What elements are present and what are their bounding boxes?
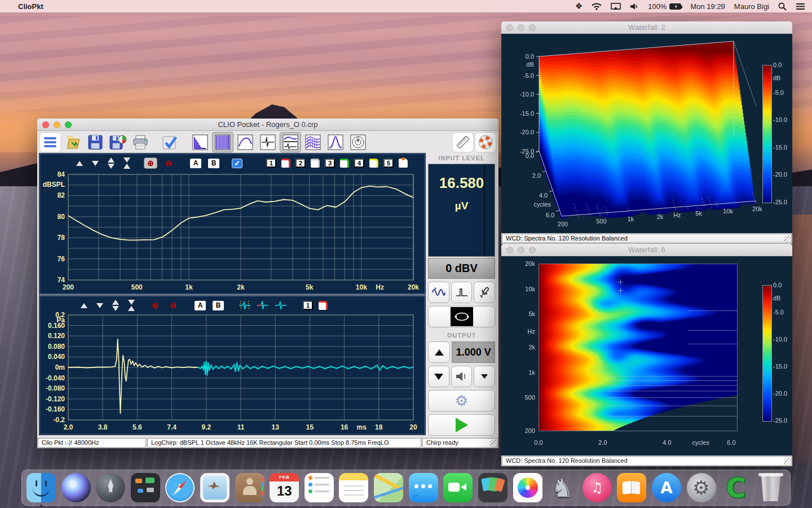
window-stop-tool-button[interactable] — [257, 300, 269, 311]
clio-title-bar[interactable]: CLIO Pocket - Rogers_O 0.crp — [37, 119, 498, 131]
dropbox-icon[interactable]: ❖ — [575, 1, 582, 11]
notification-center-icon[interactable] — [796, 3, 805, 10]
menu-user[interactable]: Mauro Bigi — [734, 2, 769, 11]
close-button[interactable] — [506, 24, 513, 31]
dock-app-store-icon[interactable]: A — [652, 473, 681, 502]
analysis-impulse-button[interactable] — [257, 132, 279, 152]
minimize-button[interactable] — [518, 247, 524, 253]
menu-clock[interactable]: Mon 19:29 — [690, 2, 725, 11]
close-button[interactable] — [42, 121, 49, 128]
memory-folder-icon[interactable] — [399, 159, 408, 168]
analysis-waterfall-button[interactable] — [302, 132, 324, 152]
airplay-display-icon[interactable] — [611, 3, 621, 10]
marker-a-button[interactable]: A — [195, 301, 206, 310]
impulse-marker-tool-button[interactable] — [275, 300, 287, 311]
output-down-button[interactable] — [428, 366, 449, 387]
dock-mail-icon[interactable] — [200, 473, 230, 502]
resize-grip[interactable] — [490, 440, 498, 448]
dock-itunes-icon[interactable]: ♫ — [582, 473, 612, 502]
expand-scale-button[interactable] — [112, 300, 119, 311]
open-file-button[interactable] — [62, 132, 83, 152]
zoom-in-button[interactable]: ⊕ — [144, 157, 157, 169]
memory-2-button[interactable]: 2 — [295, 159, 306, 168]
analysis-polar-button[interactable] — [347, 132, 369, 152]
memory-3-button[interactable]: 3 — [325, 159, 335, 168]
analysis-bandpass-button[interactable] — [325, 132, 346, 152]
resize-grip[interactable] — [784, 458, 792, 466]
compress-scale-button[interactable] — [123, 157, 130, 169]
analysis-frequency-response-button[interactable] — [235, 132, 256, 152]
output-unit-dropdown[interactable] — [474, 366, 495, 387]
compress-scale-button[interactable] — [128, 300, 135, 311]
waterfall2-title-bar[interactable]: Waterfall: 2 — [501, 21, 792, 34]
impulse-response-panel[interactable]: ⊕ ⊖ A B 1 0.2Pa0.1600.1200.0800.0400m-0.… — [39, 296, 425, 435]
dock-chess-icon[interactable]: ♞ — [548, 473, 577, 502]
zoom-out-button[interactable]: ⊖ — [166, 300, 180, 311]
minimize-button[interactable] — [518, 24, 524, 31]
output-up-button[interactable] — [428, 341, 450, 363]
memory-folder-icon[interactable] — [311, 159, 320, 168]
frequency-response-panel[interactable]: ⊕ ⊖ A B ✓ 12345 84dBSPL82807876742005001… — [39, 154, 425, 294]
memory-5-button[interactable]: 5 — [383, 159, 394, 168]
impulse-response-chart[interactable]: 0.2Pa0.1600.1200.0800.0400m-0.040-0.080-… — [40, 312, 423, 434]
memory-4-button[interactable]: 4 — [354, 159, 364, 168]
save-button[interactable] — [85, 132, 106, 152]
autorange-button[interactable] — [428, 306, 495, 327]
dock-launchpad-icon[interactable] — [96, 473, 125, 502]
zoom-in-button[interactable]: ⊕ — [148, 300, 162, 311]
dock-messages-icon[interactable] — [409, 473, 438, 502]
analysis-chirp-button[interactable] — [212, 132, 233, 152]
generator-chirp-button[interactable] — [428, 282, 449, 303]
scale-up-button[interactable] — [76, 157, 83, 169]
print-button[interactable] — [130, 132, 151, 152]
dock-facetime-icon[interactable] — [443, 473, 473, 502]
dock-photo-booth-icon[interactable] — [478, 473, 508, 502]
measure-ruler-button[interactable] — [452, 132, 474, 152]
zoom-button[interactable] — [529, 247, 536, 253]
marker-a-button[interactable]: A — [190, 159, 201, 168]
zoom-out-button[interactable]: ⊖ — [162, 157, 175, 169]
dock-reminders-icon[interactable] — [304, 473, 334, 502]
memory-folder-icon[interactable] — [340, 159, 349, 168]
memory-1-button[interactable]: 1 — [303, 301, 313, 310]
scale-down-button[interactable] — [92, 157, 99, 169]
wifi-icon[interactable] — [592, 3, 602, 10]
dock-notes-icon[interactable] — [339, 473, 368, 502]
dock-maps-icon[interactable] — [374, 473, 403, 502]
dock-system-preferences-icon[interactable]: ⚙ — [687, 473, 716, 502]
dock-contacts-icon[interactable] — [235, 473, 264, 502]
memory-1-button[interactable]: 1 — [266, 159, 276, 168]
app-menu-title[interactable]: ClioPkt — [18, 2, 43, 11]
dock-safari-icon[interactable] — [165, 473, 195, 502]
memory-folder-icon[interactable] — [369, 159, 378, 168]
output-mute-button[interactable] — [451, 366, 473, 387]
marker-b-button[interactable]: B — [213, 301, 224, 310]
analysis-fft-button[interactable] — [189, 132, 211, 152]
marker-b-button[interactable]: B — [208, 159, 219, 168]
spotlight-search-icon[interactable] — [778, 2, 787, 11]
scale-down-button[interactable] — [96, 300, 103, 311]
microphone-button[interactable] — [474, 282, 495, 303]
window-start-tool-button[interactable] — [239, 300, 251, 311]
minimize-button[interactable] — [54, 121, 60, 128]
zoom-button[interactable] — [529, 24, 536, 31]
dock-ibooks-icon[interactable] — [617, 473, 646, 502]
memory-folder-red-icon[interactable] — [319, 301, 328, 310]
dock-clio-icon[interactable]: C — [721, 473, 751, 502]
dock-trash-icon[interactable] — [756, 473, 785, 502]
dock-mission-control-icon[interactable] — [131, 473, 160, 502]
overlay-toggle-checkbox[interactable]: ✓ — [232, 159, 242, 168]
full-scale-range[interactable]: 0 dBV — [428, 258, 495, 279]
analysis-dual-view-button[interactable] — [280, 132, 301, 152]
memory-folder-icon[interactable] — [281, 159, 290, 168]
volume-icon[interactable] — [630, 3, 639, 10]
dock-photos-icon[interactable] — [513, 473, 542, 502]
dock-calendar-icon[interactable]: FEB13 — [270, 473, 299, 502]
help-lifebuoy-button[interactable] — [475, 132, 496, 152]
frequency-response-chart[interactable]: 84dBSPL82807876742005001k2k5k10kHz20k — [40, 170, 423, 293]
waterfall-colormap-canvas[interactable] — [501, 256, 792, 456]
main-menu-button[interactable] — [39, 132, 61, 152]
dock-siri-icon[interactable] — [61, 473, 91, 502]
waterfall6-plot[interactable]: 0.0dB-5.0-10.0-15.0-20.0-25.020k10k5kHz2… — [501, 256, 792, 456]
dock-finder-icon[interactable] — [27, 473, 56, 502]
